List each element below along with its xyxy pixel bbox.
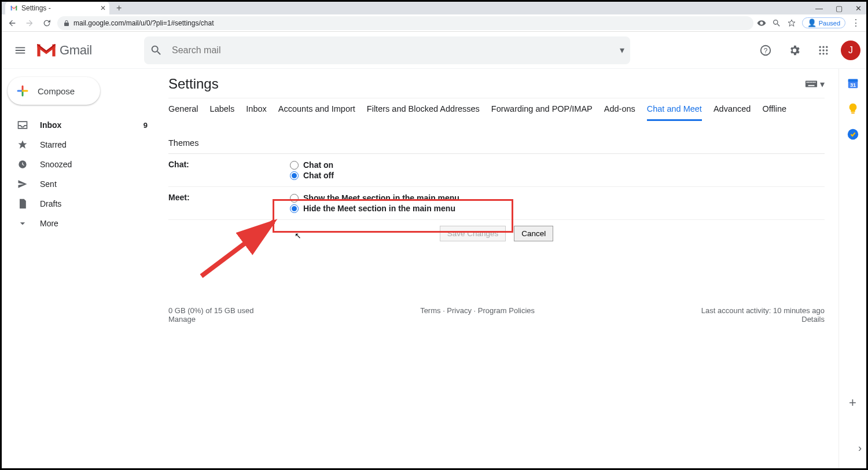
apps-grid-icon	[818, 45, 829, 56]
lock-icon	[63, 20, 70, 27]
svg-rect-20	[811, 82, 812, 83]
svg-point-7	[822, 46, 824, 47]
meet-show-radio[interactable]	[290, 194, 299, 203]
search-input[interactable]	[172, 45, 610, 56]
side-panel: 31 +	[838, 69, 866, 468]
close-window-icon[interactable]: ✕	[855, 4, 862, 13]
tab-title: Settings -	[21, 4, 51, 12]
policies-link[interactable]: Program Policies	[478, 306, 535, 315]
details-link[interactable]: Details	[801, 315, 825, 324]
sidebar-item-label: More	[40, 219, 58, 228]
meet-show-label: Show the Meet section in the main menu	[303, 193, 459, 203]
chat-on-radio[interactable]	[290, 161, 299, 170]
chat-off-radio[interactable]	[290, 171, 299, 180]
tab-themes[interactable]: Themes	[168, 133, 198, 153]
back-button[interactable]	[5, 16, 19, 30]
extensions-area: 👤 Paused ⋮	[757, 17, 863, 28]
reload-icon	[42, 19, 52, 28]
sidebar-item-label: Snoozed	[40, 160, 72, 169]
add-addon-button[interactable]: +	[849, 395, 856, 410]
svg-point-6	[819, 46, 821, 47]
sidebar-item-snoozed[interactable]: Snoozed	[2, 155, 158, 174]
sidebar-item-label: Sent	[40, 179, 57, 189]
calendar-icon[interactable]: 31	[847, 77, 859, 90]
search-bar[interactable]: ▾	[144, 36, 630, 64]
close-tab-icon[interactable]: ✕	[100, 4, 106, 12]
sidebar-item-inbox[interactable]: Inbox9	[2, 115, 158, 135]
tab-add-ons[interactable]: Add-ons	[604, 98, 635, 121]
new-tab-button[interactable]: +	[116, 2, 122, 14]
app-header: Gmail ▾ ? J	[2, 32, 866, 69]
svg-point-14	[826, 53, 827, 54]
minimize-icon[interactable]: —	[815, 4, 823, 13]
chat-label: Chat:	[168, 160, 290, 181]
zoom-icon[interactable]	[772, 19, 781, 28]
window-controls: — ▢ ✕	[815, 2, 862, 14]
search-icon	[150, 44, 163, 57]
svg-rect-21	[813, 82, 814, 83]
url-text: mail.google.com/mail/u/0/?pli=1#settings…	[73, 19, 214, 27]
chrome-menu-icon[interactable]: ⋮	[851, 17, 860, 28]
gear-icon	[788, 44, 801, 57]
tab-filters-and-blocked-addresses[interactable]: Filters and Blocked Addresses	[367, 98, 480, 121]
hamburger-menu-button[interactable]	[8, 38, 33, 63]
sidebar-item-more[interactable]: More	[2, 214, 158, 233]
sidebar-item-sent[interactable]: Sent	[2, 174, 158, 194]
address-bar[interactable]: mail.google.com/mail/u/0/?pli=1#settings…	[57, 16, 753, 30]
avatar-letter: J	[848, 45, 853, 56]
paused-label: Paused	[819, 20, 840, 27]
sidebar-item-drafts[interactable]: Drafts	[2, 194, 158, 214]
keep-icon[interactable]	[847, 102, 859, 115]
tab-offline[interactable]: Offline	[762, 98, 786, 121]
svg-rect-1	[16, 6, 17, 10]
main-content: Settings ▾ GeneralLabelsInboxAccounts an…	[158, 69, 838, 468]
help-icon: ?	[759, 44, 772, 57]
chat-section: Chat: Chat on Chat off	[168, 154, 825, 187]
search-options-icon[interactable]: ▾	[620, 45, 624, 56]
eye-icon[interactable]	[757, 19, 766, 28]
settings-button[interactable]	[783, 39, 806, 62]
tab-chat-and-meet[interactable]: Chat and Meet	[647, 98, 702, 121]
account-avatar[interactable]: J	[841, 41, 860, 60]
browser-tab[interactable]: Settings - ✕	[5, 2, 109, 14]
privacy-link[interactable]: Privacy	[447, 306, 472, 315]
tab-advanced[interactable]: Advanced	[713, 98, 751, 121]
svg-point-8	[826, 46, 827, 47]
maximize-icon[interactable]: ▢	[836, 4, 843, 13]
menu-icon	[14, 44, 27, 57]
reload-button[interactable]	[40, 16, 54, 30]
sidebar-item-starred[interactable]: Starred	[2, 135, 158, 155]
support-button[interactable]: ?	[754, 39, 777, 62]
meet-hide-radio[interactable]	[290, 204, 299, 213]
save-button[interactable]: Save Changes	[440, 226, 506, 241]
tab-labels[interactable]: Labels	[210, 98, 235, 121]
star-icon[interactable]	[787, 19, 796, 28]
manage-link[interactable]: Manage	[168, 315, 196, 324]
forward-button[interactable]	[23, 16, 36, 30]
tab-accounts-and-import[interactable]: Accounts and Import	[278, 98, 355, 121]
storage-text: 0 GB (0%) of 15 GB used	[168, 306, 253, 315]
chat-on-label: Chat on	[303, 160, 333, 170]
footer: 0 GB (0%) of 15 GB used Manage Terms · P…	[168, 299, 825, 341]
svg-text:?: ?	[764, 46, 768, 54]
meet-hide-label: Hide the Meet section in the main menu	[303, 204, 455, 213]
compose-button[interactable]: Compose	[8, 77, 100, 105]
terms-link[interactable]: Terms	[420, 306, 440, 315]
svg-point-10	[822, 49, 824, 51]
tab-inbox[interactable]: Inbox	[246, 98, 266, 121]
gmail-logo[interactable]: Gmail	[36, 43, 92, 58]
svg-rect-26	[848, 79, 858, 82]
profile-paused-chip[interactable]: 👤 Paused	[802, 17, 845, 28]
input-tools-button[interactable]: ▾	[805, 79, 825, 90]
meet-label: Meet:	[168, 193, 290, 214]
tasks-icon[interactable]	[847, 128, 859, 141]
chat-off-label: Chat off	[303, 171, 334, 180]
side-panel-toggle[interactable]: ›	[858, 442, 862, 454]
tab-forwarding-and-pop-imap[interactable]: Forwarding and POP/IMAP	[491, 98, 593, 121]
activity-text: Last account activity: 10 minutes ago	[701, 306, 825, 315]
apps-button[interactable]	[812, 39, 835, 62]
cancel-button[interactable]: Cancel	[514, 226, 553, 241]
svg-point-11	[826, 49, 827, 51]
tab-general[interactable]: General	[168, 98, 198, 121]
left-sidebar: Compose Inbox9StarredSnoozedSentDraftsMo…	[2, 69, 158, 468]
